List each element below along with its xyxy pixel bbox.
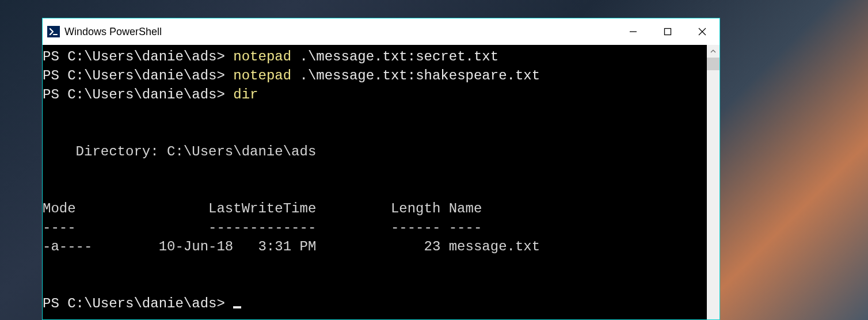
cursor bbox=[233, 306, 241, 308]
directory-header: Directory: C:\Users\danie\ads bbox=[43, 144, 316, 159]
scroll-up-button[interactable] bbox=[707, 45, 719, 58]
scrollbar[interactable] bbox=[707, 45, 719, 319]
powershell-icon bbox=[47, 26, 60, 37]
scroll-track[interactable] bbox=[707, 58, 719, 319]
prompt-text: PS C:\Users\danie\ads> bbox=[43, 68, 233, 83]
prompt-text: PS C:\Users\danie\ads> bbox=[43, 49, 233, 64]
column-header: Mode LastWriteTime Length Name bbox=[43, 201, 482, 216]
window-title: Windows PowerShell bbox=[64, 26, 162, 38]
svg-rect-1 bbox=[665, 29, 671, 35]
window-controls bbox=[616, 18, 719, 45]
command-text: dir bbox=[233, 87, 258, 102]
scroll-thumb[interactable] bbox=[707, 58, 719, 70]
argument-text: .\message.txt:secret.txt bbox=[291, 49, 498, 64]
command-text: notepad bbox=[233, 49, 291, 64]
prompt-text: PS C:\Users\danie\ads> bbox=[43, 296, 233, 311]
terminal-output[interactable]: PS C:\Users\danie\ads> notepad .\message… bbox=[43, 45, 707, 319]
terminal-area: PS C:\Users\danie\ads> notepad .\message… bbox=[43, 45, 719, 319]
command-text: notepad bbox=[233, 68, 291, 83]
powershell-window: Windows PowerShell PS C:\Users\danie\ads… bbox=[42, 18, 720, 320]
argument-text: .\message.txt:shakespeare.txt bbox=[291, 68, 540, 83]
titlebar: Windows PowerShell bbox=[43, 18, 719, 45]
column-separator: ---- ------------- ------ ---- bbox=[43, 220, 482, 235]
prompt-text: PS C:\Users\danie\ads> bbox=[43, 87, 233, 102]
maximize-button[interactable] bbox=[650, 18, 685, 45]
minimize-button[interactable] bbox=[616, 18, 650, 45]
table-row: -a---- 10-Jun-18 3:31 PM 23 message.txt bbox=[43, 239, 540, 254]
close-button[interactable] bbox=[685, 18, 719, 45]
